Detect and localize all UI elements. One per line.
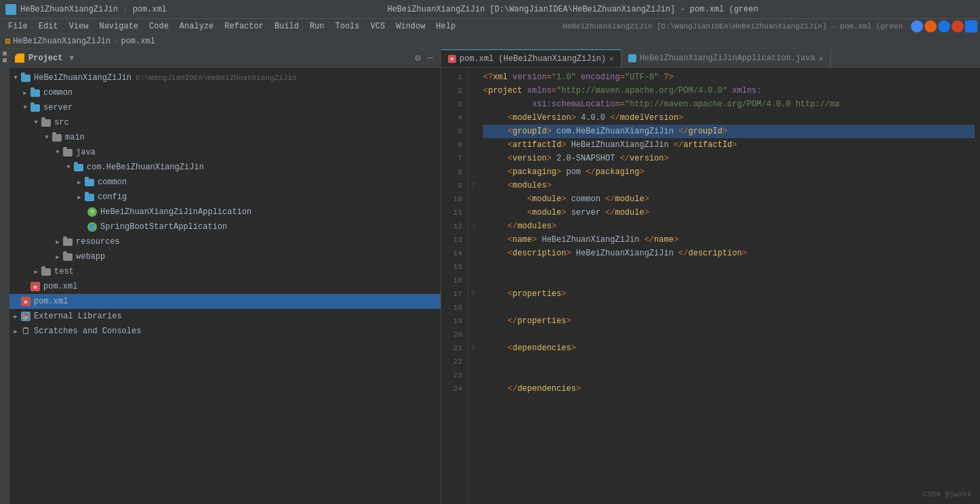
- code-line-18: [483, 301, 975, 314]
- tree-item-root[interactable]: ▼ HeBeiZhuanXiangZiJin D:\WangJianIDEA\H…: [9, 70, 441, 85]
- fold-16: [468, 274, 478, 287]
- code-line-13: <name> HeBeiZhuanXiangZiJin </name>: [483, 233, 975, 247]
- fold-21[interactable]: ▽: [468, 341, 478, 355]
- icon-scratches: 🗒: [20, 326, 31, 337]
- tree-item-pom2-selected[interactable]: m pom.xml: [9, 294, 441, 309]
- ln-12: 12: [441, 219, 468, 233]
- panel-title: Project: [28, 54, 62, 63]
- fold-9[interactable]: ▽: [468, 179, 478, 192]
- strip-indicator: [3, 51, 7, 56]
- chrome-icon[interactable]: [911, 20, 923, 33]
- tree-item-common-sub[interactable]: ▶ common: [9, 175, 441, 190]
- ln-6: 6: [441, 138, 468, 152]
- arrow-common: ▶: [20, 88, 30, 98]
- bc-root[interactable]: HeBeiZhuanXiangZiJin: [13, 37, 110, 46]
- fold-15: [468, 260, 478, 274]
- menu-help[interactable]: Help: [430, 20, 461, 33]
- label-scratches: Scratches and Consoles: [34, 327, 141, 336]
- arrow-config: ▶: [75, 192, 84, 202]
- bc-file[interactable]: pom.xml: [121, 37, 155, 46]
- label-root: HeBeiZhuanXiangZiJin: [34, 73, 131, 83]
- ln-11: 11: [441, 206, 468, 219]
- tree-item-config[interactable]: ▶ config: [9, 190, 441, 205]
- tree-item-app1[interactable]: 🍃 HeBeiZhuanXiangZiJinApplication: [9, 205, 441, 219]
- menu-edit[interactable]: Edit: [33, 20, 64, 33]
- ln-16: 16: [441, 274, 468, 287]
- label-java: java: [76, 148, 96, 157]
- ie-icon[interactable]: [938, 20, 950, 33]
- menu-vcs[interactable]: VCS: [365, 20, 391, 33]
- firefox-icon[interactable]: [924, 20, 937, 33]
- panel-settings-btn[interactable]: ⚙: [413, 52, 422, 64]
- menu-build[interactable]: Build: [269, 20, 304, 33]
- ln-10: 10: [441, 192, 468, 206]
- project-panel: Project ▼ ⚙ — ▼ HeBeiZhuanXiangZiJin D:\…: [9, 49, 441, 504]
- editor-area: m pom.xml (HeBeiZhuanXiangZiJin) ✕ HeBei…: [441, 49, 980, 504]
- tree-item-java[interactable]: ▼ java: [9, 145, 441, 160]
- panel-actions: ⚙ —: [413, 52, 435, 64]
- arrow-common-sub: ▶: [75, 177, 84, 187]
- tree-item-test[interactable]: ▶ test: [9, 264, 441, 279]
- tree-item-common[interactable]: ▶ common: [9, 85, 441, 100]
- label-pom2: pom.xml: [34, 297, 68, 306]
- tree-item-main[interactable]: ▼ main: [9, 130, 441, 145]
- bc-project-icon: ▤: [5, 36, 10, 46]
- arrow-java: ▼: [53, 148, 62, 157]
- tree-item-webapp[interactable]: ▶ webapp: [9, 249, 441, 264]
- tree-item-resources[interactable]: ▶ resources: [9, 234, 441, 249]
- tree-item-src[interactable]: ▼ src: [9, 115, 441, 130]
- tab-close-java[interactable]: ✕: [819, 54, 823, 63]
- code-line-4: <modelVersion> 4.0.0 </modelVersion>: [483, 111, 975, 125]
- panel-minimize-btn[interactable]: —: [426, 52, 435, 64]
- ln-2: 2: [441, 84, 468, 98]
- folder-icon-main: [52, 132, 62, 143]
- panel-dropdown-arrow[interactable]: ▼: [69, 54, 74, 62]
- fold-5: [468, 125, 478, 138]
- tree-item-server[interactable]: ▼ server: [9, 100, 441, 115]
- code-line-3: xsi:schemaLocation="http://maven.apache.…: [483, 98, 975, 111]
- arrow-root: ▼: [11, 73, 20, 83]
- ln-5: 5: [441, 125, 468, 138]
- folder-icon-common: [30, 87, 41, 98]
- tree-item-app2[interactable]: 🌀 SpringBootStartApplication: [9, 219, 441, 234]
- menu-window[interactable]: Window: [390, 20, 430, 33]
- arrow-main: ▼: [42, 133, 52, 142]
- ln-17: 17: [441, 287, 468, 301]
- label-config: config: [98, 192, 127, 202]
- menu-file[interactable]: File: [3, 20, 33, 33]
- tab-icon-maven: m: [448, 55, 456, 63]
- project-header: Project ▼ ⚙ —: [9, 49, 441, 68]
- tree-item-pkg[interactable]: ▼ com.HeBeiZhuanXiangZiJin: [9, 160, 441, 175]
- folder-icon-root: [20, 72, 31, 83]
- tree-item-scratches[interactable]: ▶ 🗒 Scratches and Consoles: [9, 324, 441, 339]
- label-resources: resources: [76, 237, 120, 247]
- tab-icon-java: [628, 54, 636, 62]
- fold-8: [468, 165, 478, 179]
- label-test: test: [54, 267, 74, 276]
- menu-code[interactable]: Code: [144, 20, 174, 33]
- menu-tools[interactable]: Tools: [330, 20, 365, 33]
- code-line-5: <groupId> com.HeBeiZhuanXiangZiJin </gro…: [483, 125, 975, 138]
- tree-item-pom1[interactable]: m pom.xml: [9, 279, 441, 294]
- browser4-icon[interactable]: [952, 20, 964, 33]
- menu-view[interactable]: View: [64, 20, 94, 33]
- code-area[interactable]: <?xml version="1.0" encoding="UTF-8" ?> …: [478, 68, 980, 504]
- tab-label-java: HeBeiZhuanXiangZiJinApplication.java: [640, 54, 815, 63]
- path-root: D:\WangJianIDEA\HeBeiZhuanXiangZiJin: [136, 74, 297, 82]
- ln-1: 1: [441, 70, 468, 84]
- ln-23: 23: [441, 369, 468, 382]
- tab-java[interactable]: HeBeiZhuanXiangZiJinApplication.java ✕: [621, 49, 831, 67]
- browser5-icon[interactable]: [965, 20, 977, 33]
- menu-refactor[interactable]: Refactor: [219, 20, 269, 33]
- menu-run[interactable]: Run: [304, 20, 330, 33]
- menu-analyze[interactable]: Analyze: [174, 20, 219, 33]
- title-area: HeBeiZhuanXiangZiJin [D:\WangJianIDEA\He…: [563, 22, 908, 30]
- fold-17[interactable]: ▽: [468, 287, 478, 301]
- menu-navigate[interactable]: Navigate: [94, 20, 144, 33]
- tree-item-ext-libs[interactable]: ▶ 📚 External Libraries: [9, 309, 441, 324]
- tab-close-pom[interactable]: ✕: [609, 54, 614, 63]
- ln-15: 15: [441, 260, 468, 274]
- label-src: src: [54, 118, 69, 127]
- main-layout: Project ▼ ⚙ — ▼ HeBeiZhuanXiangZiJin D:\…: [0, 49, 980, 504]
- tab-pom-xml[interactable]: m pom.xml (HeBeiZhuanXiangZiJin) ✕: [441, 49, 621, 67]
